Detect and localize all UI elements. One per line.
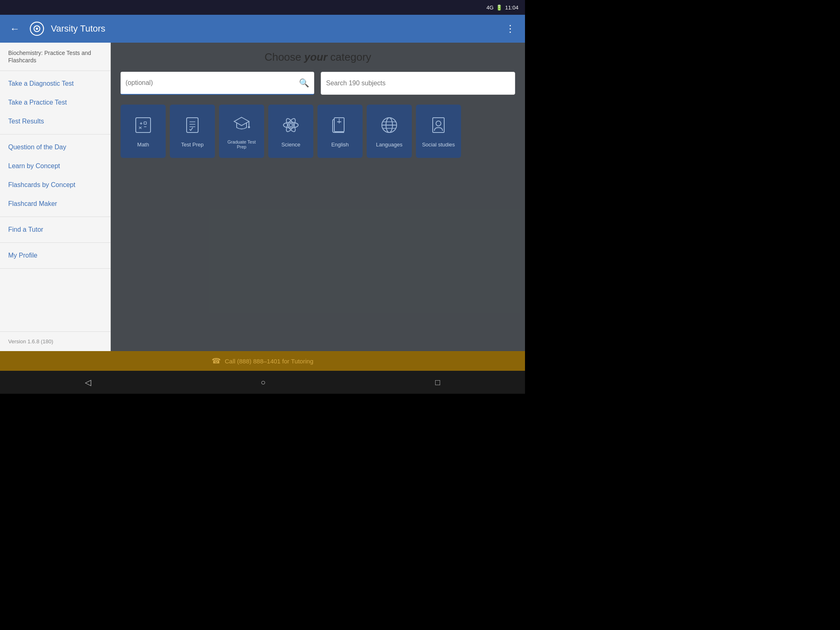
graduation-icon <box>232 113 251 135</box>
category-card-english[interactable]: English <box>317 105 363 158</box>
battery-icon: 🔋 <box>496 5 502 11</box>
android-nav-bar: ◁ ○ □ <box>0 371 525 394</box>
app-bar-left: ← Varsity Tutors <box>7 20 105 38</box>
nav-back-button[interactable]: ◁ <box>77 374 99 390</box>
content-inner: Choose your category 🔍 <box>111 43 525 166</box>
category-card-math[interactable]: Math <box>121 105 166 158</box>
subject-search-input[interactable] <box>126 79 299 87</box>
status-icons: 4G 🔋 11:04 <box>486 5 518 11</box>
status-bar: 4G 🔋 11:04 <box>0 0 525 15</box>
sidebar-item-practice[interactable]: Take a Practice Test <box>0 93 110 112</box>
search-box-right <box>321 72 515 95</box>
sidebar-section-study: Question of the Day Learn by Concept Fla… <box>0 135 110 217</box>
test-prep-label: Test Prep <box>181 142 204 148</box>
page-title-italic: your <box>304 51 327 63</box>
nav-home-icon: ○ <box>260 378 265 387</box>
content-area: Choose your category 🔍 <box>111 43 525 351</box>
cta-bar[interactable]: ☎ Call (888) 888–1401 for Tutoring <box>0 351 525 371</box>
svg-point-17 <box>289 123 292 127</box>
cta-text: Call (888) 888–1401 for Tutoring <box>225 358 313 365</box>
app-bar: ← Varsity Tutors ⋮ <box>0 15 525 43</box>
sidebar-item-profile[interactable]: My Profile <box>0 246 110 265</box>
svg-point-16 <box>248 126 250 128</box>
test-prep-icon <box>183 115 202 137</box>
atom-icon <box>281 115 301 137</box>
sidebar-item-find-tutor[interactable]: Find a Tutor <box>0 220 110 239</box>
sidebar-item-diagnostic[interactable]: Take a Diagnostic Test <box>0 74 110 93</box>
svg-rect-10 <box>187 118 198 132</box>
main-layout: Biochemistry: Practice Tests and Flashca… <box>0 43 525 351</box>
sidebar-section-tests: Take a Diagnostic Test Take a Practice T… <box>0 71 110 135</box>
category-card-test-prep[interactable]: Test Prep <box>170 105 215 158</box>
nav-back-icon: ◁ <box>85 378 91 387</box>
search-row: 🔍 <box>121 72 515 95</box>
grad-test-prep-label: Graduate Test Prep <box>222 139 261 149</box>
sidebar-item-learn-concept[interactable]: Learn by Concept <box>0 157 110 176</box>
category-card-languages[interactable]: Languages <box>367 105 412 158</box>
english-label: English <box>331 142 349 148</box>
search-box-left: 🔍 <box>121 72 314 95</box>
math-label: Math <box>137 142 149 148</box>
back-button[interactable]: ← <box>7 20 23 38</box>
globe-icon <box>379 115 399 137</box>
math-icon <box>133 115 153 137</box>
nav-recent-icon: □ <box>435 378 440 387</box>
category-card-grad-test-prep[interactable]: Graduate Test Prep <box>219 105 264 158</box>
more-options-button[interactable]: ⋮ <box>502 20 518 38</box>
book-icon <box>330 115 350 137</box>
sidebar-version: Version 1.6.8 (180) <box>0 331 110 351</box>
sidebar-header: Biochemistry: Practice Tests and Flashca… <box>0 43 110 71</box>
app-title: Varsity Tutors <box>51 23 105 34</box>
svg-rect-9 <box>144 122 146 124</box>
svg-rect-3 <box>136 118 151 132</box>
time-display: 11:04 <box>505 5 518 11</box>
subject-count-search-input[interactable] <box>326 80 510 87</box>
social-studies-icon <box>429 115 448 137</box>
nav-home-button[interactable]: ○ <box>252 374 274 390</box>
page-title: Choose your category <box>121 51 515 64</box>
sidebar-item-flashcard-maker[interactable]: Flashcard Maker <box>0 194 110 213</box>
category-grid: Math Test Prep <box>121 105 515 158</box>
sidebar-item-qod[interactable]: Question of the Day <box>0 138 110 157</box>
science-label: Science <box>281 142 300 148</box>
category-card-science[interactable]: Science <box>268 105 313 158</box>
nav-recent-button[interactable]: □ <box>427 374 448 390</box>
languages-label: Languages <box>376 142 402 148</box>
svg-point-29 <box>436 121 441 126</box>
sidebar-item-results[interactable]: Test Results <box>0 112 110 131</box>
social-studies-label: Social studies <box>422 142 455 148</box>
sidebar-section-tutor: Find a Tutor <box>0 217 110 243</box>
category-card-social-studies[interactable]: Social studies <box>416 105 461 158</box>
network-indicator: 4G <box>486 5 493 11</box>
sidebar-section-profile: My Profile <box>0 243 110 269</box>
sidebar-item-flashcards-concept[interactable]: Flashcards by Concept <box>0 176 110 194</box>
phone-icon: ☎ <box>212 356 221 365</box>
search-filter-icon: 🔍 <box>299 78 309 88</box>
app-logo <box>30 21 44 36</box>
sidebar: Biochemistry: Practice Tests and Flashca… <box>0 43 111 351</box>
svg-point-2 <box>36 27 38 30</box>
sidebar-header-text: Biochemistry: Practice Tests and Flashca… <box>8 50 91 64</box>
